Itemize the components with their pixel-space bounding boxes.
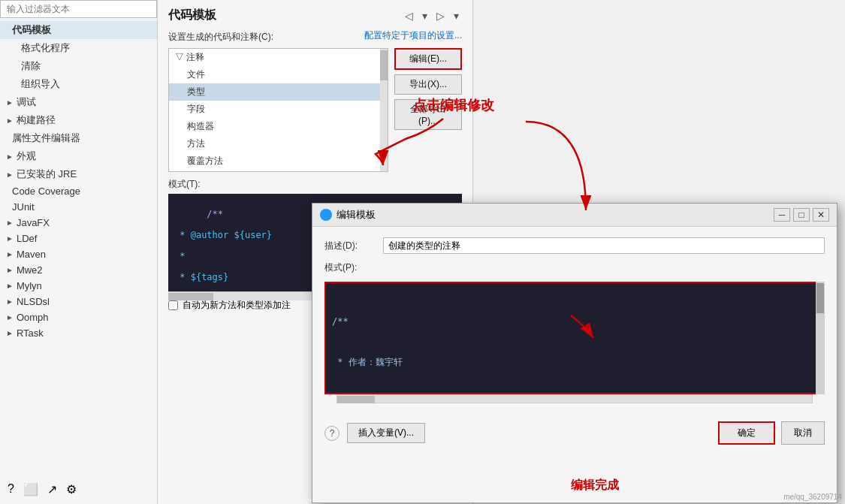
arrow-icon: ► [6, 282, 14, 290]
node-override-method[interactable]: 覆盖方法 [169, 152, 388, 170]
desc-input[interactable] [383, 237, 825, 254]
export-button[interactable]: 导出(X)... [394, 74, 462, 95]
tree-buttons: 编辑(E)... 导出(X)... 全部导出(P)... [394, 48, 462, 172]
nav-back-button[interactable]: ◁ [402, 8, 416, 23]
pattern-row-label: 模式(P): [324, 261, 825, 274]
sidebar-item-maven[interactable]: ► Maven [0, 246, 157, 262]
hscroll-thumb [168, 293, 213, 300]
code-editor-container: /** * 作者：魏宇轩 * QQ: * 描述： * ${tags} [324, 282, 825, 394]
settings-icon[interactable]: ⚙ [66, 482, 77, 496]
restore-button[interactable]: □ [793, 208, 810, 222]
expand-icon: ▽ [175, 52, 186, 62]
editor-vscroll-thumb [816, 283, 824, 313]
sidebar-item-formatter[interactable]: 格式化程序 [0, 39, 157, 57]
template-tree-scroll[interactable]: ▽ 注释 文件 类型 字段 构造器 方法 覆盖方法 [169, 49, 388, 171]
dialog-help-button[interactable]: ? [324, 426, 340, 441]
dialog-icon [320, 209, 332, 221]
node-field[interactable]: 字段 [169, 101, 388, 118]
restore-icon[interactable]: ⬜ [23, 482, 38, 496]
arrow-icon: ► [6, 313, 14, 321]
auto-add-checkbox[interactable] [168, 300, 178, 310]
left-tree: 代码模板 格式化程序 清除 组织导入 ► 调试 ► 构建路径 属性文件编辑器 ►… [0, 18, 157, 344]
export-icon[interactable]: ↗ [47, 482, 57, 496]
arrow-icon: ► [6, 116, 14, 125]
arrow-icon: ► [6, 250, 14, 258]
arrow-icon: ► [6, 98, 14, 107]
editor-vscroll[interactable] [816, 282, 825, 394]
dialog-footer-right: 确定 取消 [718, 421, 825, 445]
arrow-icon: ► [6, 234, 14, 243]
dialog-title-text: 编辑模板 [336, 208, 376, 222]
node-comments[interactable]: ▽ 注释 [169, 49, 388, 66]
panel-title: 代码模板 ◁ ▾ ▷ ▾ [168, 8, 462, 23]
help-icon[interactable]: ? [8, 482, 14, 496]
arrow-icon: ► [6, 171, 14, 179]
left-panel: 代码模板 格式化程序 清除 组织导入 ► 调试 ► 构建路径 属性文件编辑器 ►… [0, 0, 158, 504]
sidebar-item-code-coverage[interactable]: Code Coverage [0, 183, 157, 199]
dialog-titlebar: 编辑模板 ─ □ ✕ [312, 204, 837, 227]
sidebar-item-organize-imports[interactable]: 组织导入 [0, 75, 157, 93]
nav-dropdown-button[interactable]: ▾ [419, 8, 430, 23]
nav-forward-button[interactable]: ▷ [433, 8, 448, 23]
nav-arrows: ◁ ▾ ▷ ▾ [402, 8, 462, 23]
export-all-button[interactable]: 全部导出(P)... [394, 99, 462, 130]
dialog-footer: ? 插入变量(V)... 确定 取消 [312, 414, 837, 452]
node-file[interactable]: 文件 [169, 66, 388, 83]
dialog-window-controls: ─ □ ✕ [774, 208, 829, 222]
nav-dropdown2-button[interactable]: ▾ [451, 8, 462, 23]
dialog-body: 描述(D): 模式(P): /** * 作者：魏宇轩 * QQ: * 描述： *… [312, 227, 837, 414]
tree-scrollbar[interactable] [380, 49, 388, 171]
sidebar-item-oomph[interactable]: ► Oomph [0, 309, 157, 325]
filter-input[interactable] [0, 0, 157, 18]
sidebar-item-clean[interactable]: 清除 [0, 57, 157, 75]
dialog-title-area: 编辑模板 [320, 208, 376, 222]
sidebar-item-rtask[interactable]: ► RTask [0, 325, 157, 341]
node-method[interactable]: 方法 [169, 135, 388, 152]
ok-button[interactable]: 确定 [718, 421, 775, 445]
sidebar-item-junit[interactable]: JUnit [0, 199, 157, 215]
edit-button[interactable]: 编辑(E)... [394, 48, 462, 70]
sidebar-item-mwe2[interactable]: ► Mwe2 [0, 262, 157, 278]
dialog-hscroll-thumb [337, 396, 375, 403]
arrow-icon: ► [6, 152, 14, 161]
template-tree: ▽ 注释 文件 类型 字段 构造器 方法 覆盖方法 [168, 48, 388, 172]
config-link[interactable]: 配置特定于项目的设置... [364, 29, 462, 42]
arrow-icon: ► [6, 266, 14, 274]
desc-row: 描述(D): [324, 237, 825, 254]
sidebar-item-appearance[interactable]: ► 外观 [0, 147, 157, 165]
pattern-label: 模式(T): [168, 178, 462, 191]
desc-label: 描述(D): [324, 240, 377, 252]
sidebar-item-debug[interactable]: ► 调试 [0, 93, 157, 111]
sidebar-item-ldef[interactable]: ► LDef [0, 231, 157, 246]
pattern-label-dialog: 模式(P): [324, 261, 377, 274]
sidebar-item-nlsdsl[interactable]: ► NLSDsl [0, 294, 157, 309]
insert-var-button[interactable]: 插入变量(V)... [347, 423, 425, 443]
edit-template-dialog: 编辑模板 ─ □ ✕ 描述(D): 模式(P): /** * 作者：魏宇轩 * … [312, 203, 837, 503]
code-editor[interactable]: /** * 作者：魏宇轩 * QQ: * 描述： * ${tags} [324, 282, 825, 394]
sidebar-item-prop-editor[interactable]: 属性文件编辑器 [0, 129, 157, 147]
watermark: me/qq_36209714 [783, 493, 842, 501]
sidebar-item-mylyn[interactable]: ► Mylyn [0, 278, 157, 294]
sidebar-item-jre[interactable]: ► 已安装的 JRE [0, 165, 157, 183]
cancel-button[interactable]: 取消 [781, 421, 825, 445]
sidebar-item-javafx[interactable]: ► JavaFX [0, 215, 157, 231]
close-button[interactable]: ✕ [813, 208, 829, 222]
auto-add-label: 自动为新方法和类型添加注 [183, 299, 291, 312]
node-constructor[interactable]: 构造器 [169, 118, 388, 135]
minimize-button[interactable]: ─ [774, 208, 790, 222]
arrow-icon: ► [6, 329, 14, 337]
arrow-icon: ► [6, 297, 14, 306]
sidebar-item-code-template[interactable]: 代码模板 [0, 21, 157, 39]
sidebar-item-build-path[interactable]: ► 构建路径 [0, 111, 157, 129]
node-type[interactable]: 类型 [169, 83, 388, 101]
tree-scrollbar-thumb [380, 50, 388, 80]
arrow-icon: ► [6, 219, 14, 227]
dialog-hscroll[interactable] [336, 394, 813, 403]
